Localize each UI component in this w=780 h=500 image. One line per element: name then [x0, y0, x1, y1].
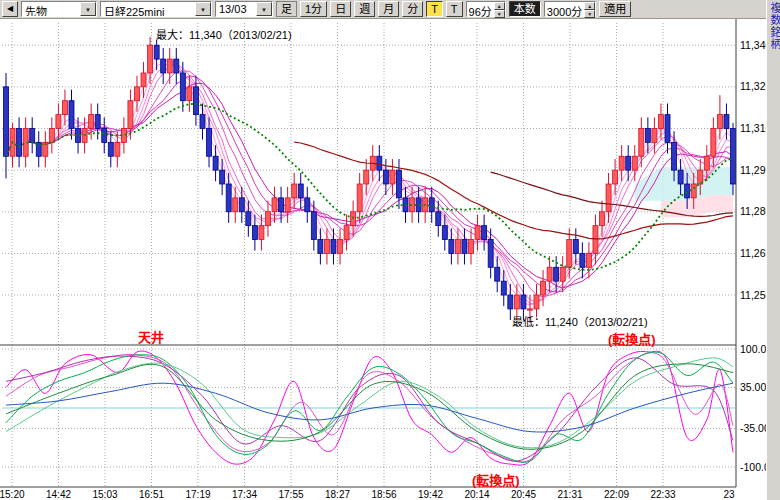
candle-body [547, 267, 552, 281]
candle-body [731, 128, 736, 184]
period-button-month[interactable]: 月 [378, 1, 399, 17]
candle-body [462, 240, 467, 254]
x-axis-label: 22:33 [650, 489, 675, 500]
x-axis-label: 18:27 [325, 489, 350, 500]
collapse-left-icon[interactable]: ◀ [2, 1, 18, 17]
candle-body [95, 115, 100, 129]
candle-body [665, 115, 670, 143]
candle-body [311, 212, 316, 240]
osc-series-rci-mid-3 [6, 364, 733, 450]
x-axis-label: 15:03 [92, 489, 117, 500]
candle-body [338, 240, 343, 254]
x-axis-label-last: 23 [723, 489, 735, 500]
candle-body [488, 240, 493, 268]
range-value[interactable]: 3000分 [545, 2, 584, 16]
period-button-1min[interactable]: 1分 [300, 1, 327, 17]
candle-body [626, 156, 631, 170]
candle-body [128, 101, 133, 129]
candle-body [30, 128, 35, 142]
max-price-annotation: 最大：11,340（2013/02/21) [156, 26, 292, 42]
candle-body [292, 184, 297, 198]
candle-body [161, 59, 166, 73]
candle-body [246, 212, 251, 226]
symbol-select[interactable]: 日経225mini ▼ [100, 1, 212, 17]
candle-body [672, 142, 677, 170]
candle-body [685, 184, 690, 198]
bars-count-button[interactable]: 本数 [509, 1, 541, 17]
candle-body [357, 184, 362, 212]
candle-body [554, 267, 559, 281]
candle-body [436, 212, 441, 226]
candle-body [639, 128, 644, 156]
symbol-value: 日経225mini [101, 2, 195, 16]
contract-month-select[interactable]: 13/03 ▼ [215, 1, 273, 17]
candle-body [455, 240, 460, 254]
candle-body [279, 198, 284, 212]
candle-body [619, 156, 624, 170]
x-axis-label: 20:14 [464, 489, 489, 500]
multi-symbol-panel-toggle[interactable]: 複数銘柄 [766, 0, 780, 500]
dropdown-arrow-icon[interactable]: ▼ [80, 2, 96, 16]
ma-ribbon-line [6, 59, 733, 305]
instrument-type-select[interactable]: 先物 ▼ [21, 1, 97, 17]
candle-body [89, 115, 94, 129]
period-button-day[interactable]: 日 [330, 1, 351, 17]
candle-body [298, 184, 303, 198]
spin-up-icon[interactable]: ▲ [584, 2, 595, 10]
candle-body [180, 73, 185, 101]
dropdown-arrow-icon[interactable]: ▼ [256, 2, 272, 16]
candle-body [534, 295, 539, 309]
candle-body [606, 184, 611, 212]
osc-series-rci-mid-1 [6, 352, 733, 462]
apply-button[interactable]: 適用 [599, 1, 631, 17]
candle-body [475, 226, 480, 240]
spin-down-icon[interactable]: ▼ [494, 10, 505, 18]
range-spinbox[interactable]: 3000分 ▲ ▼ [544, 1, 596, 17]
candle-body [56, 115, 61, 129]
y-axis-price-label: 11,340 [740, 39, 766, 51]
chart-area: 15:2014:4215:0316:5117:1917:3417:5518:27… [0, 19, 766, 500]
dropdown-arrow-icon[interactable]: ▼ [195, 2, 211, 16]
candle-body [324, 240, 329, 254]
price-chart[interactable]: 15:2014:4215:0316:5117:1917:3417:5518:27… [0, 19, 766, 500]
ma-ribbon-line [6, 76, 733, 293]
x-axis-label: 16:51 [139, 489, 164, 500]
x-axis-label: 19:42 [418, 489, 443, 500]
candle-body [383, 170, 388, 184]
bar-period-spinbox[interactable]: 96分 ▲ ▼ [466, 1, 506, 17]
ma-ribbon-line [6, 64, 733, 302]
candle-body [600, 212, 605, 226]
bar-period-value[interactable]: 96分 [467, 2, 494, 16]
tick-button-active[interactable]: T [426, 1, 443, 17]
candle-body [580, 253, 585, 267]
period-button-week[interactable]: 週 [354, 1, 375, 17]
tick-button[interactable]: T [446, 1, 463, 17]
y-axis-price-label: 11,250 [740, 289, 766, 301]
osc-axis-label: 35.00 [740, 381, 766, 393]
candle-body [69, 101, 74, 129]
candle-body [134, 87, 139, 101]
candle-body [187, 87, 192, 101]
candle-body [442, 226, 447, 240]
turning-point-annotation-osc: (転換点) [472, 470, 520, 489]
ma-ribbon-line [6, 71, 733, 297]
candle-body [252, 226, 257, 240]
candle-body [691, 184, 696, 198]
candle-body [49, 128, 54, 142]
x-axis-label: 22:09 [604, 489, 629, 500]
candle-body [396, 170, 401, 198]
candle-body [207, 128, 212, 156]
spin-up-icon[interactable]: ▲ [494, 2, 505, 10]
period-button-minute[interactable]: 分 [402, 1, 423, 17]
candle-body [521, 295, 526, 309]
osc-axis-label: -35.00 [740, 422, 766, 434]
spin-down-icon[interactable]: ▼ [584, 10, 595, 18]
osc-series-rci-short-2 [6, 353, 733, 462]
candle-body [331, 240, 336, 254]
candle-body [593, 226, 598, 254]
candle-body [17, 128, 22, 156]
toolbar: ◀ 先物 ▼ 日経225mini ▼ 13/03 ▼ 足 1分 日 週 月 分 … [0, 0, 766, 19]
candle-body [613, 170, 618, 184]
candle-body [226, 184, 231, 212]
candle-body [495, 267, 500, 281]
